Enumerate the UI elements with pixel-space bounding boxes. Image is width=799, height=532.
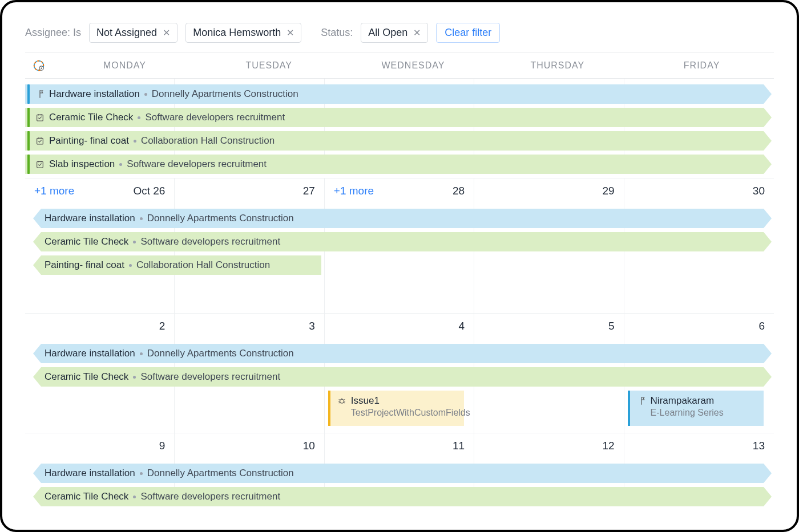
clear-filter-button[interactable]: Clear filter bbox=[436, 23, 500, 43]
event-title: Hardware installation bbox=[45, 348, 135, 359]
separator-dot bbox=[144, 93, 147, 96]
separator-dot bbox=[129, 264, 132, 267]
calendar-card-event[interactable]: Issue1TestProjectWithCustomFields bbox=[328, 391, 464, 426]
calendar-header: MONDAY TUESDAY WEDNESDAY THURSDAY FRIDAY bbox=[25, 52, 774, 79]
event-project: Software developers recruitment bbox=[145, 112, 285, 123]
event-project: Software developers recruitment bbox=[127, 159, 267, 170]
event-project: Donnelly Apartments Construction bbox=[147, 213, 294, 224]
date-label: 3 bbox=[309, 320, 315, 332]
calendar-card-event[interactable]: NirampakaramE-Learning Series bbox=[628, 391, 764, 426]
close-icon[interactable]: ✕ bbox=[413, 29, 421, 38]
separator-dot bbox=[119, 163, 122, 166]
calendar-week: Hardware installationDonnelly Apartments… bbox=[25, 458, 774, 506]
date-label: 12 bbox=[602, 440, 614, 452]
calendar-event[interactable]: Hardware installationDonnelly Apartments… bbox=[41, 464, 764, 483]
event-project: Donnelly Apartments Construction bbox=[147, 348, 294, 359]
separator-dot bbox=[140, 217, 143, 220]
more-link[interactable]: +1 more bbox=[334, 185, 374, 197]
event-project: Software developers recruitment bbox=[140, 491, 280, 502]
date-cell[interactable]: 2 bbox=[25, 314, 175, 338]
calendar-event[interactable]: Painting- final coatCollaboration Hall C… bbox=[41, 255, 321, 275]
date-label: 27 bbox=[303, 185, 315, 197]
event-title: Ceramic Tile Check bbox=[49, 112, 133, 123]
chip-label: Not Assigned bbox=[96, 27, 157, 39]
date-cell[interactable]: 6 bbox=[624, 314, 774, 338]
event-project: Software developers recruitment bbox=[140, 371, 280, 383]
dow-wednesday: WEDNESDAY bbox=[341, 60, 486, 71]
event-project: Collaboration Hall Construction bbox=[136, 259, 270, 271]
separator-dot bbox=[140, 472, 143, 475]
card-subtitle: TestProjectWithCustomFields bbox=[337, 408, 457, 418]
event-title: Slab inspection bbox=[49, 159, 115, 170]
filter-chip-status-0[interactable]: All Open ✕ bbox=[361, 23, 428, 43]
date-label: 13 bbox=[753, 440, 765, 452]
event-project: Software developers recruitment bbox=[140, 236, 280, 247]
separator-dot bbox=[133, 241, 136, 243]
calendar-event[interactable]: Hardware installationDonnelly Apartments… bbox=[41, 209, 764, 228]
date-label: 29 bbox=[602, 185, 614, 197]
card-title: Issue1 bbox=[351, 395, 380, 407]
card-subtitle: E-Learning Series bbox=[637, 408, 757, 418]
date-label: 2 bbox=[159, 320, 166, 332]
calendar-event[interactable]: Slab inspectionSoftware developers recru… bbox=[25, 155, 764, 174]
calendar-event[interactable]: Ceramic Tile CheckSoftware developers re… bbox=[41, 487, 764, 506]
date-cell[interactable]: 3 bbox=[175, 314, 324, 338]
calendar-event[interactable]: Hardware installationDonnelly Apartments… bbox=[25, 84, 764, 104]
calendar-settings-icon[interactable] bbox=[25, 52, 53, 78]
calendar-event[interactable]: Hardware installationDonnelly Apartments… bbox=[41, 344, 764, 363]
event-title: Painting- final coat bbox=[49, 135, 129, 147]
filter-chip-assignee-1[interactable]: Monica Hemsworth ✕ bbox=[185, 23, 301, 43]
filter-chip-assignee-0[interactable]: Not Assigned ✕ bbox=[89, 23, 177, 43]
calendar-event[interactable]: Ceramic Tile CheckSoftware developers re… bbox=[41, 367, 764, 387]
more-link[interactable]: +1 more bbox=[34, 185, 74, 197]
dow-tuesday: TUESDAY bbox=[197, 60, 341, 71]
event-title: Painting- final coat bbox=[45, 259, 124, 271]
dow-monday: MONDAY bbox=[53, 60, 197, 71]
date-cell[interactable]: 30 bbox=[624, 178, 774, 203]
date-cell[interactable]: +1 more28 bbox=[325, 178, 474, 203]
separator-dot bbox=[133, 376, 136, 379]
task-icon bbox=[35, 113, 45, 122]
separator-dot bbox=[140, 352, 143, 355]
dow-thursday: THURSDAY bbox=[485, 60, 629, 71]
date-cell[interactable]: 9 bbox=[25, 433, 175, 458]
date-cell[interactable]: 29 bbox=[474, 178, 624, 203]
svg-point-3 bbox=[41, 67, 42, 68]
event-title: Hardware installation bbox=[45, 213, 135, 224]
date-cell[interactable]: 12 bbox=[474, 433, 624, 458]
event-project: Collaboration Hall Construction bbox=[141, 135, 275, 147]
task-icon bbox=[35, 160, 45, 169]
bug-icon bbox=[337, 396, 346, 405]
close-icon[interactable]: ✕ bbox=[286, 29, 294, 38]
chip-label: Monica Hemsworth bbox=[193, 27, 281, 39]
calendar-week: Hardware installationDonnelly Apartments… bbox=[25, 338, 774, 458]
chip-label: All Open bbox=[368, 27, 407, 39]
close-icon[interactable]: ✕ bbox=[163, 29, 170, 38]
filter-assignee-label: Assignee: Is bbox=[25, 27, 81, 39]
separator-dot bbox=[134, 140, 136, 143]
event-title: Hardware installation bbox=[45, 468, 135, 479]
calendar-event[interactable]: Ceramic Tile CheckSoftware developers re… bbox=[41, 232, 764, 251]
event-project: Donnelly Apartments Construction bbox=[147, 468, 294, 479]
date-cell[interactable]: 5 bbox=[474, 314, 624, 338]
date-cell[interactable]: 4 bbox=[325, 314, 474, 338]
date-row: +1 moreOct 2627+1 more282930 bbox=[25, 178, 774, 203]
task-icon bbox=[35, 136, 45, 145]
date-cell[interactable]: 10 bbox=[175, 433, 324, 458]
event-project: Donnelly Apartments Construction bbox=[152, 88, 298, 100]
date-label: 30 bbox=[753, 185, 765, 197]
date-cell[interactable]: +1 moreOct 26 bbox=[25, 178, 175, 203]
dow-friday: FRIDAY bbox=[629, 60, 774, 71]
event-title: Ceramic Tile Check bbox=[45, 371, 128, 383]
date-cell[interactable]: 11 bbox=[325, 433, 474, 458]
date-label: 11 bbox=[453, 440, 465, 452]
card-title: Nirampakaram bbox=[651, 395, 714, 407]
milestone-icon bbox=[35, 90, 45, 99]
date-cell[interactable]: 27 bbox=[175, 178, 324, 203]
date-label: Oct 26 bbox=[133, 185, 165, 197]
date-cell[interactable]: 13 bbox=[624, 433, 774, 458]
calendar-event[interactable]: Painting- final coatCollaboration Hall C… bbox=[25, 131, 764, 151]
filter-status-label: Status: bbox=[321, 27, 353, 39]
calendar-event[interactable]: Ceramic Tile CheckSoftware developers re… bbox=[25, 108, 764, 127]
event-title: Ceramic Tile Check bbox=[45, 236, 128, 247]
